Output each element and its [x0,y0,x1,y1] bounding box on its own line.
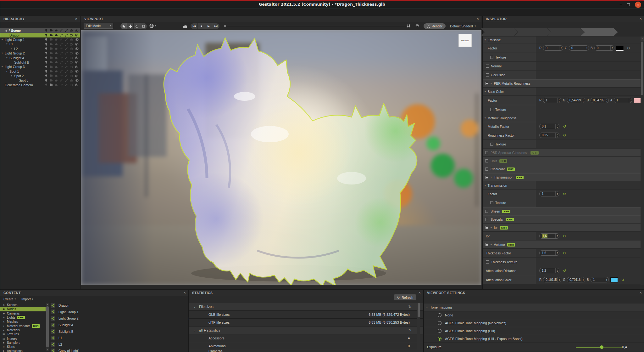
skin-icon[interactable] [65,65,68,69]
pbr-specular-glossiness-header[interactable]: PBR Specular Glossiness KHR [483,149,641,157]
spinner-arrows[interactable]: ▴▾ [555,124,559,129]
camera-icon[interactable] [50,61,53,64]
tree-row[interactable]: ▾ Spot 1 [0,69,80,74]
node-list-item[interactable]: L2 [51,341,186,348]
content-category-item[interactable]: ▶ Animations [0,349,46,352]
stats-group-row[interactable]: ⌄ File sizes ↻ [189,303,423,311]
content-category-item[interactable]: ◈ Scenes [0,303,46,307]
camera-icon[interactable] [50,74,53,77]
tree-row[interactable]: Dragon [0,33,80,37]
base-color-r-input[interactable]: 1▴▾ [543,98,561,103]
collapse-icon[interactable]: ▾ [485,90,486,93]
collapse-icon[interactable]: ▾ [485,184,486,187]
node-list-item[interactable]: L1 [51,335,186,341]
skin-icon[interactable] [65,74,68,77]
collapse-icon[interactable]: ⌄ [193,329,198,332]
normal-checkbox[interactable] [486,65,489,68]
attenuation-g-input[interactable]: 0,70116▴▾ [567,277,585,282]
render-toggle-button[interactable]: Render [424,23,446,29]
expander-icon[interactable]: ▾ [6,70,9,73]
sheen-header[interactable]: Sheen KHR [483,207,641,215]
edit-mode-dropdown[interactable]: Edit Mode ▾ [84,23,113,29]
scroll-down-arrow[interactable]: ▼ [46,348,49,351]
camera-icon[interactable] [50,79,53,82]
camera-icon[interactable] [50,29,53,32]
ior-header[interactable]: ▾ Ior KHR [483,224,641,232]
refresh-icon[interactable]: ↻ [408,305,411,309]
visibility-eye-icon[interactable] [75,79,79,82]
thickness-factor-input[interactable]: 1,6▴▾ [539,250,559,256]
tree-row[interactable]: Sublight B [0,60,80,65]
visibility-eye-icon[interactable] [75,43,79,46]
mesh-icon[interactable] [55,29,58,32]
radio-icon[interactable] [438,337,441,341]
skip-to-end-button[interactable]: ▶▶| [212,23,219,29]
mesh-icon[interactable] [55,74,58,77]
skin-icon[interactable] [65,29,68,32]
reset-icon[interactable]: ↺ [563,125,566,128]
skin-icon[interactable] [65,61,68,64]
archive-icon[interactable] [70,43,73,46]
close-icon[interactable]: × [183,290,186,295]
collapse-icon[interactable]: ⌄ [193,305,198,308]
attenuation-r-input[interactable]: 0,10115▴▾ [543,277,561,282]
spinner-arrows[interactable]: ▴▾ [555,191,559,196]
skin-icon[interactable] [65,52,68,55]
content-category-item[interactable]: ▦ Textures [0,332,46,336]
skin-icon[interactable] [65,38,68,41]
camera-icon[interactable] [50,43,53,46]
mesh-icon[interactable] [55,61,58,64]
transmission-factor-input[interactable]: 1▴▾ [539,191,559,196]
camera-icon[interactable] [50,47,53,50]
slider-thumb[interactable] [600,345,603,349]
spinner-arrows[interactable]: ▴▾ [585,46,589,50]
node-list-item[interactable]: Dragon [51,302,186,309]
collapse-icon[interactable]: ▾ [491,82,492,85]
node-list-item[interactable]: Light Group 1 [51,309,186,315]
mesh-icon[interactable] [55,52,58,55]
expander-icon[interactable]: ▾ [6,43,9,45]
visibility-eye-icon[interactable] [75,61,79,64]
collapse-icon[interactable]: ▾ [485,117,486,119]
visibility-eye-icon[interactable] [75,38,79,41]
archive-icon[interactable] [70,56,73,60]
visibility-eye-icon[interactable] [75,75,79,77]
collapse-icon[interactable]: ▾ [485,39,486,41]
attenuation-b-input[interactable]: 1▴▾ [591,277,609,282]
transmission-header[interactable]: ▾ Transmission KHR [483,173,641,181]
node-list-item[interactable]: Light Group 2 [51,315,186,322]
animation-slate-icon[interactable] [183,24,187,28]
reset-icon[interactable]: ↺ [563,133,566,137]
section-checkbox[interactable] [485,226,488,229]
spinner-arrows[interactable]: ▴▾ [557,277,561,282]
link-icon[interactable] [60,70,63,73]
light-icon[interactable] [45,47,48,50]
thickness-texture-checkbox[interactable] [486,260,489,264]
archive-icon[interactable] [70,79,73,82]
minimize-button[interactable]: – [620,3,622,6]
category-scrollbar[interactable]: ▲ ▼ [46,303,49,351]
mesh-icon[interactable] [55,47,58,50]
select-tool-button[interactable] [120,23,127,29]
emissive-b-input[interactable]: 0▴▾ [594,45,614,51]
snap-grid-icon[interactable] [407,24,411,29]
breadcrumb-item[interactable] [514,28,551,36]
light-icon[interactable] [45,52,48,55]
node-list-item[interactable]: Copy of Light1 [51,348,186,352]
content-category-item[interactable]: ▤ Images [0,336,46,340]
dragon-model[interactable] [81,30,481,285]
tone-mapping-option[interactable]: ACES Filmic Tone Mapping (Hill - Exposur… [424,335,644,343]
spinner-arrows[interactable]: ▴▾ [555,234,559,238]
skin-icon[interactable] [65,34,68,37]
attenuation-distance-input[interactable]: 1,2▴▾ [539,268,559,273]
light-icon[interactable] [45,79,48,82]
tone-mapping-option[interactable]: None [424,311,644,319]
clearcoat-header[interactable]: Clearcoat KHR [483,165,641,173]
link-icon[interactable] [60,61,63,64]
spinner-arrows[interactable]: ▴▾ [557,98,561,103]
base-color-a-input[interactable]: 1▴▾ [614,98,632,103]
transmission-texture-checkbox[interactable] [490,201,493,204]
section-checkbox[interactable] [485,176,488,179]
bounding-box-icon[interactable] [415,24,419,29]
light-icon[interactable] [45,74,48,77]
